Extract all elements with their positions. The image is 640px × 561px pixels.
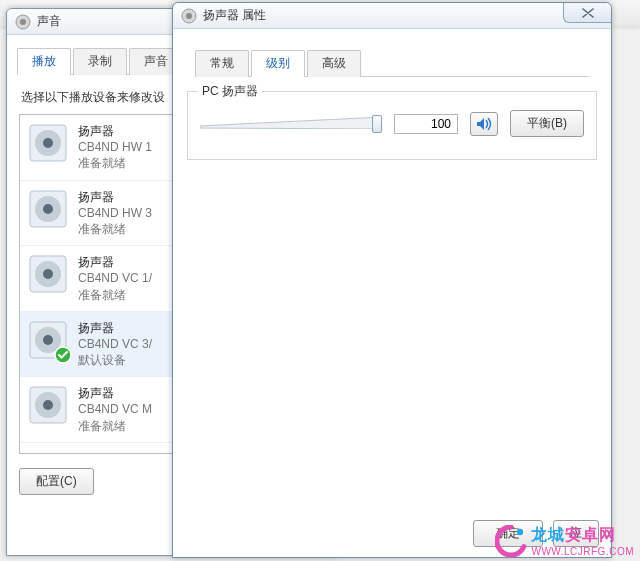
device-sub: CB4ND VC 1/ [78,270,152,286]
brand-logo-icon [495,525,527,557]
speaker-small-icon [15,14,31,30]
pc-speaker-group: PC 扬声器 100 平衡(B) [187,91,597,160]
svg-point-13 [43,335,53,345]
tab-general[interactable]: 常规 [195,50,249,77]
device-title: 扬声器 [78,123,152,139]
svg-point-17 [43,400,53,410]
sound-title: 声音 [37,13,61,30]
tab-levels[interactable]: 级别 [251,50,305,77]
props-titlebar: 扬声器 属性 [173,3,611,29]
tab-recording[interactable]: 录制 [73,48,127,75]
tab-playback[interactable]: 播放 [17,48,71,75]
device-title: 扬声器 [78,189,152,205]
speaker-icon [28,189,68,229]
configure-button[interactable]: 配置(C) [19,468,94,495]
speaker-icon [28,254,68,294]
device-status: 准备就绪 [78,155,152,171]
group-legend: PC 扬声器 [198,83,262,100]
volume-slider[interactable] [200,113,382,135]
volume-icon [476,117,492,131]
watermark: 龙城安卓网 WWW.LCJRFG.COM [495,525,634,557]
mute-button[interactable] [470,112,498,136]
close-icon [581,8,595,18]
props-tabstrip: 常规 级别 高级 [195,49,589,77]
brand-text-1: 龙城 [531,526,565,543]
svg-point-7 [43,204,53,214]
props-title: 扬声器 属性 [203,7,266,24]
device-sub: CB4ND HW 1 [78,139,152,155]
device-title: 扬声器 [78,385,152,401]
svg-point-10 [43,269,53,279]
brand-url: WWW.LCJRFG.COM [531,546,634,557]
volume-value[interactable]: 100 [394,114,458,134]
speaker-icon [28,320,68,360]
close-button[interactable] [563,3,611,23]
speaker-small-icon [181,8,197,24]
svg-point-1 [20,19,26,25]
speaker-icon [28,123,68,163]
monitor-icon [28,451,68,454]
svg-point-20 [186,13,192,19]
device-sub: CB4ND HW 3 [78,205,152,221]
svg-marker-21 [200,117,382,129]
device-title: 扬声器 [78,320,152,336]
speaker-icon [28,385,68,425]
device-sub: CB4ND VC 3/ [78,336,152,352]
device-title: 扬声器 [78,254,152,270]
brand-text-2: 安卓网 [565,526,616,543]
device-status: 准备就绪 [78,221,152,237]
device-title: Realtek Digita [78,451,153,454]
speaker-properties-window: 扬声器 属性 常规 级别 高级 PC 扬声器 100 [172,2,612,558]
device-status: 默认设备 [78,352,152,368]
slider-thumb[interactable] [372,115,382,133]
device-status: 准备就绪 [78,418,152,434]
tab-advanced[interactable]: 高级 [307,50,361,77]
balance-button[interactable]: 平衡(B) [510,110,584,137]
device-status: 准备就绪 [78,287,152,303]
svg-point-22 [517,529,523,535]
device-sub: CB4ND VC M [78,401,152,417]
default-check-icon [54,346,72,364]
svg-point-4 [43,138,53,148]
